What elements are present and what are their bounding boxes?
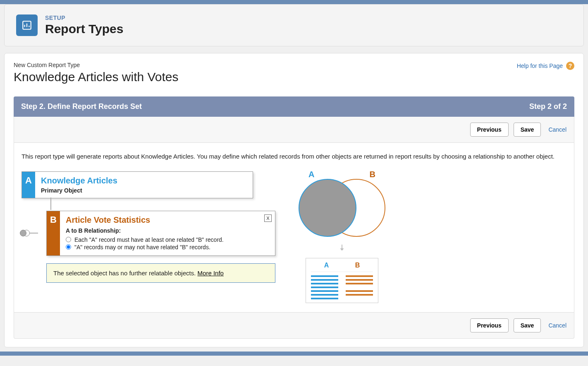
save-button-bottom[interactable]: Save — [514, 318, 541, 332]
report-title: Knowledge Articles with Votes — [14, 70, 179, 84]
relationship-option-2[interactable]: "A" records may or may not have related … — [66, 244, 269, 250]
object-a-title: Knowledge Articles — [41, 176, 247, 185]
help-label: Help for this Page — [517, 63, 563, 69]
diagram-column: A B A B — [299, 171, 385, 303]
step-banner: Step 2. Define Report Records Set Step 2… — [14, 96, 574, 117]
table-header-a: A — [324, 262, 329, 269]
objects-column: A Knowledge Articles Primary Object — [22, 171, 278, 283]
relationship-label: A to B Relationship: — [66, 227, 269, 234]
page-title: Report Types — [45, 22, 123, 36]
connector — [28, 198, 278, 211]
previous-button[interactable]: Previous — [470, 123, 509, 137]
button-bar-top: Previous Save Cancel — [14, 117, 574, 143]
previous-button-bottom[interactable]: Previous — [470, 318, 509, 332]
content-card: New Custom Report Type Knowledge Article… — [4, 53, 584, 347]
related-object-box: B X Article Vote Statistics A to B Relat… — [46, 211, 275, 256]
cancel-link[interactable]: Cancel — [548, 126, 566, 133]
object-b-title: Article Vote Statistics — [66, 215, 269, 225]
button-bar-bottom: Previous Save Cancel — [14, 313, 574, 339]
table-preview: A B — [306, 258, 378, 303]
venn-diagram: A B — [299, 171, 385, 238]
venn-circle-a — [299, 179, 356, 237]
page-header: SETUP Report Types — [4, 4, 584, 46]
setup-label: SETUP — [45, 14, 123, 21]
relationship-radio-1[interactable] — [66, 237, 71, 242]
relationship-venn-icon — [20, 228, 30, 238]
breadcrumb: New Custom Report Type — [14, 62, 179, 68]
description-text: This report type will generate reports a… — [22, 152, 566, 161]
cancel-link-bottom[interactable]: Cancel — [548, 322, 566, 329]
venn-label-b: B — [370, 170, 375, 179]
main-area: This report type will generate reports a… — [14, 143, 574, 313]
info-text: The selected object has no further relat… — [53, 270, 198, 277]
info-box: The selected object has no further relat… — [46, 263, 275, 283]
more-info-link[interactable]: More Info — [198, 270, 224, 277]
help-icon: ? — [566, 62, 574, 70]
relationship-radio-2[interactable] — [66, 244, 71, 250]
step-label: Step 2. Define Report Records Set — [21, 102, 142, 111]
report-types-icon — [16, 14, 38, 36]
venn-label-a: A — [308, 170, 314, 179]
save-button[interactable]: Save — [514, 123, 541, 137]
object-a-subtitle: Primary Object — [41, 187, 247, 194]
primary-object-box: A Knowledge Articles Primary Object — [22, 171, 253, 198]
table-header-b: B — [355, 262, 360, 269]
close-icon[interactable]: X — [264, 214, 272, 222]
relationship-option-1[interactable]: Each "A" record must have at least one r… — [66, 236, 269, 243]
step-counter: Step 2 of 2 — [529, 102, 567, 111]
object-b-letter: B — [47, 211, 60, 255]
help-link[interactable]: Help for this Page ? — [517, 62, 574, 70]
object-a-letter: A — [22, 172, 35, 198]
arrow-down-icon — [299, 243, 385, 254]
